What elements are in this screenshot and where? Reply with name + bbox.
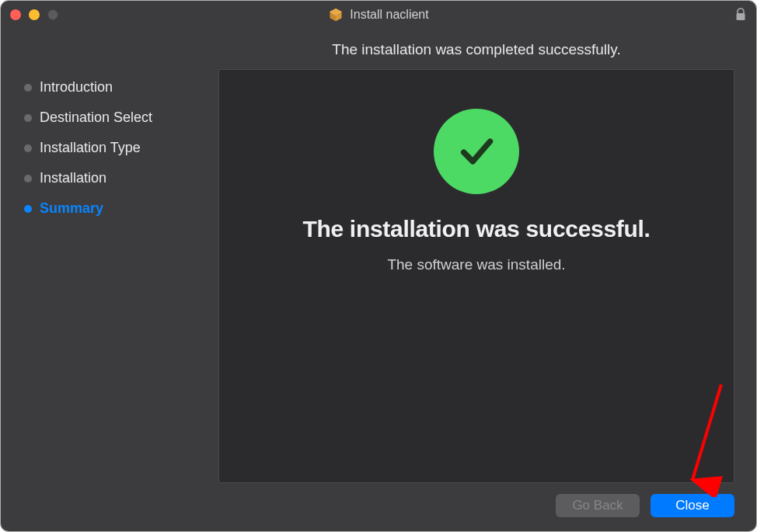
sidebar-label: Introduction	[40, 79, 113, 96]
package-icon	[328, 7, 344, 23]
step-bullet-icon	[24, 114, 32, 122]
sidebar-item-destination-select: Destination Select	[24, 110, 203, 126]
installer-window: Install naclient Introduction Destinatio…	[1, 1, 756, 531]
svg-rect-0	[737, 13, 745, 20]
success-checkmark-icon	[434, 109, 519, 194]
result-panel: The installation was successful. The sof…	[218, 69, 734, 483]
right-pane: The installation was completed successfu…	[218, 29, 756, 483]
go-back-button[interactable]: Go Back	[556, 494, 640, 517]
close-window-button[interactable]	[10, 9, 21, 20]
sidebar: Introduction Destination Select Installa…	[1, 29, 218, 483]
button-bar: Go Back Close	[1, 483, 756, 531]
sidebar-label: Installation	[40, 170, 106, 186]
title-center: Install naclient	[10, 7, 747, 23]
content-area: Introduction Destination Select Installa…	[1, 29, 756, 531]
sidebar-item-installation: Installation	[24, 170, 203, 186]
page-header: The installation was completed successfu…	[218, 29, 734, 69]
sidebar-item-introduction: Introduction	[24, 79, 203, 96]
step-bullet-icon	[24, 205, 32, 213]
sidebar-label: Destination Select	[40, 110, 152, 126]
close-button[interactable]: Close	[651, 494, 734, 517]
traffic-lights	[10, 9, 58, 20]
success-subtitle: The software was installed.	[387, 256, 565, 273]
step-bullet-icon	[24, 144, 32, 152]
step-bullet-icon	[24, 175, 32, 183]
sidebar-label: Summary	[40, 200, 103, 217]
maximize-window-button[interactable]	[47, 9, 58, 20]
window-title: Install naclient	[350, 8, 428, 22]
titlebar: Install naclient	[1, 1, 756, 29]
lock-icon[interactable]	[734, 8, 747, 25]
success-title: The installation was successful.	[302, 216, 650, 242]
minimize-window-button[interactable]	[29, 9, 40, 20]
sidebar-item-installation-type: Installation Type	[24, 140, 203, 156]
sidebar-item-summary: Summary	[24, 200, 203, 217]
sidebar-label: Installation Type	[40, 140, 141, 156]
main-area: Introduction Destination Select Installa…	[1, 29, 756, 483]
step-bullet-icon	[24, 84, 32, 92]
